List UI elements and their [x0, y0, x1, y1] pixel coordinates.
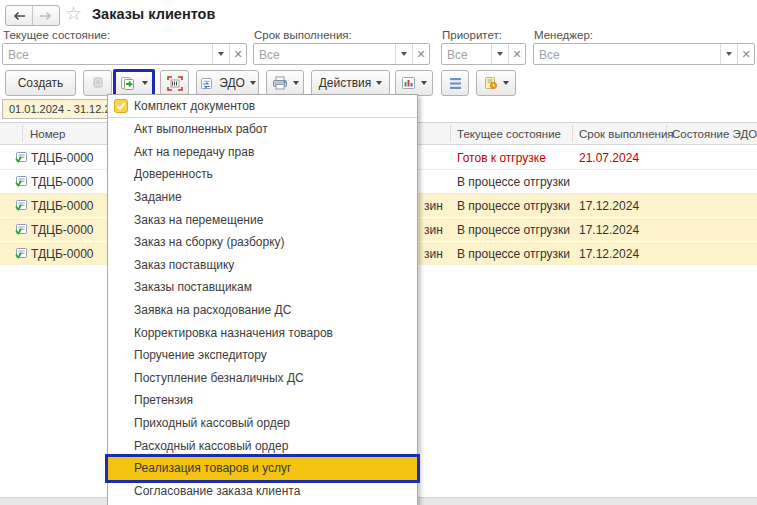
filter-priority-dropdown[interactable]	[491, 44, 508, 64]
chevron-down-icon	[376, 81, 382, 85]
chevron-down-icon	[401, 52, 407, 56]
column-divider	[572, 125, 573, 142]
cell-client: зин	[424, 247, 443, 261]
menu-item[interactable]: Заказы поставщикам	[108, 276, 417, 299]
filter-priority-input[interactable]: Все ✕	[441, 43, 526, 65]
create-based-on-button[interactable]	[113, 69, 155, 97]
menu-item[interactable]: Согласование заказа клиента	[108, 480, 417, 503]
menu-item[interactable]: Заказ на перемещение	[108, 208, 417, 231]
close-icon: ✕	[512, 49, 521, 60]
cell-number: ТДЦБ-0000	[31, 247, 94, 261]
column-divider	[22, 125, 23, 142]
cell-number: ТДЦБ-0000	[31, 199, 94, 213]
document-clock-icon	[483, 76, 498, 90]
forward-button[interactable]	[33, 6, 59, 25]
filter-current-state-clear[interactable]: ✕	[229, 44, 246, 64]
nav-history-group	[5, 5, 60, 26]
menu-item[interactable]: Расходный кассовый ордер	[108, 434, 417, 457]
menu-item[interactable]: Задание	[108, 186, 417, 209]
menu-item[interactable]: Поступление безналичных ДС	[108, 367, 417, 390]
edo-button[interactable]: ЭДО	[196, 70, 259, 96]
menu-item[interactable]: Заявка на расходование ДС	[108, 299, 417, 322]
chart-report-icon	[401, 76, 416, 90]
create-button-label: Создать	[18, 76, 64, 90]
close-icon: ✕	[741, 49, 750, 60]
chevron-down-icon	[142, 81, 148, 85]
column-divider	[450, 125, 451, 142]
menu-item[interactable]: Корректировка назначения товаров	[108, 321, 417, 344]
menu-item[interactable]: Поручение экспедитору	[108, 344, 417, 367]
filter-due-date-label: Срок выполнения:	[254, 29, 352, 41]
report-button[interactable]	[395, 70, 433, 96]
report-settings-button[interactable]	[476, 70, 516, 96]
back-arrow-icon	[12, 11, 26, 21]
filter-due-date-value: Все	[254, 44, 395, 64]
actions-button[interactable]: Действия	[311, 70, 390, 96]
edo-button-label: ЭДО	[219, 76, 245, 90]
filter-current-state-label: Текущее состояние:	[3, 29, 110, 41]
create-based-on-icon	[120, 76, 137, 91]
copy-button[interactable]	[83, 70, 112, 96]
list-view-button[interactable]	[441, 70, 469, 96]
cell-number: ТДЦБ-0000	[31, 175, 94, 189]
print-button[interactable]	[266, 70, 304, 96]
chevron-down-icon	[293, 81, 299, 85]
posted-document-icon	[14, 175, 28, 191]
filter-priority-label: Приоритет:	[442, 29, 502, 41]
filter-due-date-dropdown[interactable]	[395, 44, 412, 64]
back-button[interactable]	[6, 6, 33, 25]
cell-number: ТДЦБ-0000	[31, 151, 94, 165]
menu-item[interactable]: Доверенность	[108, 163, 417, 186]
chevron-down-icon	[250, 81, 256, 85]
cell-state: В процессе отгрузки	[457, 199, 570, 213]
column-header-state[interactable]: Текущее состояние	[457, 128, 561, 140]
menu-item[interactable]: Акт на передачу прав	[108, 141, 417, 164]
menu-item[interactable]: Приходный кассовый ордер	[108, 412, 417, 435]
chevron-down-icon	[421, 81, 427, 85]
barcode-scan-button[interactable]	[160, 70, 189, 96]
column-header-number[interactable]: Номер	[30, 128, 65, 140]
menu-item[interactable]: Акт выполненных работ	[108, 118, 417, 141]
cell-number: ТДЦБ-0000	[31, 223, 94, 237]
filter-manager-clear[interactable]: ✕	[737, 44, 754, 64]
cell-client: зин	[424, 223, 443, 237]
column-header-due[interactable]: Срок выполнения	[579, 128, 674, 140]
create-based-on-menu: Комплект документов Акт выполненных рабо…	[107, 94, 418, 505]
menu-item-label: Комплект документов	[134, 99, 255, 113]
chevron-down-icon	[218, 52, 224, 56]
page-title: Заказы клиентов	[92, 6, 215, 22]
filter-due-date-clear[interactable]: ✕	[412, 44, 429, 64]
filter-manager-label: Менеджер:	[534, 29, 593, 41]
copy-icon	[91, 76, 105, 90]
filter-current-state-input[interactable]: Все ✕	[2, 43, 247, 65]
actions-button-label: Действия	[319, 76, 372, 90]
column-header-edo[interactable]: Состояние ЭДО	[672, 128, 757, 140]
chevron-down-icon	[497, 52, 503, 56]
menu-item[interactable]: Заказ поставщику	[108, 254, 417, 277]
filter-current-state-dropdown[interactable]	[212, 44, 229, 64]
cell-due: 17.12.2024	[579, 199, 639, 213]
filter-priority-clear[interactable]: ✕	[508, 44, 525, 64]
menu-item-selected[interactable]: Реализация товаров и услуг	[108, 457, 417, 480]
cell-due: 17.12.2024	[579, 247, 639, 261]
list-icon	[449, 77, 462, 90]
chevron-down-icon	[503, 81, 509, 85]
menu-item[interactable]: Претензия	[108, 389, 417, 412]
cell-due: 21.07.2024	[579, 151, 639, 165]
menu-item-document-set[interactable]: Комплект документов	[108, 95, 417, 117]
cell-state: В процессе отгрузки	[457, 247, 570, 261]
forward-arrow-icon	[39, 11, 53, 21]
cell-state: В процессе отгрузки	[457, 223, 570, 237]
printer-icon	[272, 76, 288, 90]
favorite-star-icon[interactable]: ☆	[65, 2, 82, 25]
create-button[interactable]: Создать	[5, 70, 76, 96]
cell-state: Готов к отгрузке	[457, 151, 546, 165]
filter-manager-input[interactable]: Все ✕	[533, 43, 755, 65]
posted-document-icon	[14, 223, 28, 239]
barcode-scan-icon	[167, 76, 183, 91]
filter-manager-dropdown[interactable]	[720, 44, 737, 64]
close-icon: ✕	[233, 49, 242, 60]
close-icon: ✕	[416, 49, 425, 60]
filter-due-date-input[interactable]: Все ✕	[253, 43, 430, 65]
menu-item[interactable]: Заказ на сборку (разборку)	[108, 231, 417, 254]
